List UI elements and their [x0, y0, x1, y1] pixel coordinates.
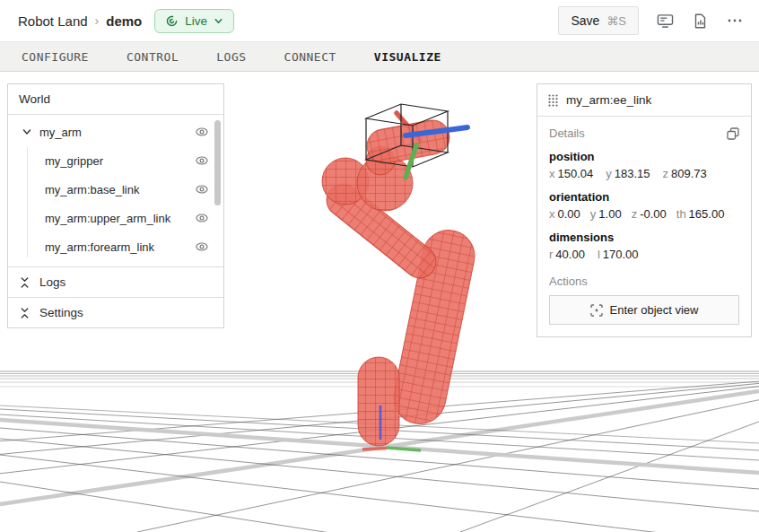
tree-item-label: my_arm:upper_arm_link [45, 212, 170, 225]
tree-item-label: my_arm:base_link [45, 183, 140, 196]
save-shortcut: ⌘S [606, 14, 626, 28]
position-block: position x150.04 y183.15 z809.73 [549, 150, 739, 180]
tree-item-label: my_arm:forearm_link [45, 240, 154, 254]
orientation-th: th165.00 [676, 207, 725, 221]
visibility-eye-icon[interactable] [195, 125, 209, 139]
dimensions-l: l170.00 [598, 248, 639, 261]
tab-configure[interactable]: CONFIGURE [22, 50, 89, 64]
details-section-title: Details [549, 126, 585, 140]
data-report-icon[interactable] [692, 12, 709, 31]
visibility-eye-icon[interactable] [195, 153, 209, 168]
world-panel: World my_arm my_gripper my_arm:base_li [7, 83, 224, 328]
tree-item-upper-arm-link[interactable]: my_arm:upper_arm_link [8, 204, 223, 232]
details-panel-header: my_arm:ee_link [537, 84, 751, 117]
world-tree: my_arm my_gripper my_arm:base_link my_ar… [8, 115, 223, 267]
settings-section-label: Settings [39, 306, 83, 319]
orientation-z: z-0.00 [632, 207, 667, 221]
tree-item-my-gripper[interactable]: my_gripper [8, 146, 223, 175]
live-label: Live [185, 14, 207, 28]
robot-base-link[interactable] [358, 357, 399, 446]
tree-item-label: my_arm [39, 126, 82, 139]
orientation-block: orientation x0.00 y1.00 z-0.00 th165.00 [549, 190, 739, 221]
tab-visualize[interactable]: VISUALIZE [374, 50, 441, 64]
visibility-eye-icon[interactable] [195, 211, 209, 225]
save-button[interactable]: Save ⌘S [558, 6, 639, 35]
visualize-3d-viewport[interactable]: .gfill { fill:#ea7064; fill-opacity:.9; … [0, 72, 759, 532]
tab-logs[interactable]: LOGS [216, 50, 246, 64]
enter-object-view-button[interactable]: Enter object view [549, 295, 739, 325]
tab-control[interactable]: CONTROL [126, 50, 179, 64]
drag-handle-icon[interactable] [548, 94, 558, 107]
tree-item-my-arm[interactable]: my_arm [8, 118, 223, 146]
position-y: y183.15 [606, 167, 650, 180]
breadcrumb-root[interactable]: Robot Land [18, 13, 88, 29]
live-status-dropdown[interactable]: Live [154, 9, 234, 33]
world-panel-title: World [8, 84, 223, 115]
actions-label: Actions [549, 275, 739, 288]
orientation-x: x0.00 [549, 207, 580, 221]
dimensions-r: r40.00 [549, 248, 585, 261]
visibility-eye-icon[interactable] [195, 182, 209, 196]
position-z: z809.73 [663, 167, 707, 180]
tree-item-forearm-link[interactable]: my_arm:forearm_link [8, 232, 223, 261]
logs-section-header[interactable]: Logs [8, 267, 223, 297]
position-label: position [549, 150, 739, 163]
breadcrumb: Robot Land › demo [18, 13, 142, 29]
origin-axis-x-red [362, 449, 387, 450]
chevron-down-icon [214, 16, 223, 26]
enter-object-view-label: Enter object view [610, 303, 699, 317]
chevron-down-icon[interactable] [22, 126, 32, 137]
position-x: x150.04 [549, 167, 593, 180]
top-bar: Robot Land › demo Live Save ⌘S [0, 0, 759, 41]
collapse-icon [19, 307, 31, 319]
tree-scrollbar[interactable] [214, 120, 221, 205]
dimensions-label: dimensions [549, 231, 739, 244]
tree-item-label: my_gripper [45, 154, 103, 168]
object-details-panel: my_arm:ee_link Details position x150.04 … [537, 83, 752, 337]
tree-item-base-link[interactable]: my_arm:base_link [8, 175, 223, 204]
live-signal-icon [165, 14, 179, 28]
breadcrumb-separator: › [95, 13, 100, 28]
collapse-icon [19, 276, 31, 289]
settings-section-header[interactable]: Settings [8, 297, 223, 327]
dimensions-block: dimensions r40.00 l170.00 [549, 231, 739, 261]
focus-icon [590, 304, 603, 317]
remote-control-icon[interactable] [655, 12, 676, 31]
more-options-icon[interactable] [725, 16, 745, 25]
orientation-y: y1.00 [590, 207, 622, 221]
logs-section-label: Logs [39, 275, 65, 289]
nav-tab-bar: CONFIGURE CONTROL LOGS CONNECT VISUALIZE [0, 41, 759, 72]
robot-arm[interactable] [320, 104, 479, 450]
selected-object-title: my_arm:ee_link [566, 93, 651, 107]
orientation-label: orientation [549, 190, 739, 204]
save-label: Save [571, 13, 599, 28]
visibility-eye-icon[interactable] [195, 240, 209, 254]
copy-icon[interactable] [727, 127, 739, 140]
breadcrumb-current: demo [106, 13, 142, 29]
tab-connect[interactable]: CONNECT [284, 50, 336, 64]
